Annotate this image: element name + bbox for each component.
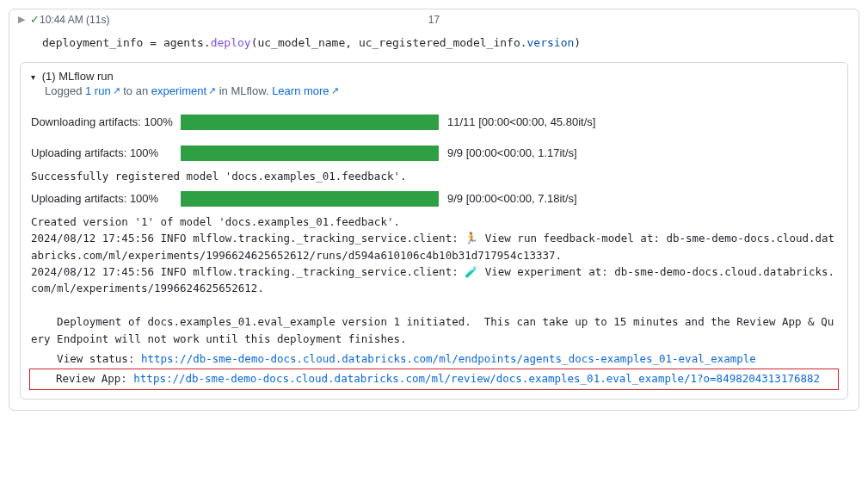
external-link-icon: ↗ xyxy=(113,85,120,96)
chevron-down-icon: ▾ xyxy=(31,72,35,82)
mlflow-run-link[interactable]: 1 run↗ xyxy=(85,84,120,97)
mlflow-learn-more-link[interactable]: Learn more↗ xyxy=(272,84,338,97)
progress-stats: 9/9 [00:00<00:00, 7.18it/s] xyxy=(447,192,577,205)
cell-timestamp: 10:44 AM (11s) xyxy=(40,14,109,26)
progress-bar xyxy=(181,115,439,130)
progress-label: Uploading artifacts: 100% xyxy=(31,192,175,205)
mlflow-run-toggle[interactable]: ▾ (1) MLflow run xyxy=(21,63,847,84)
mlflow-run-subtitle: Logged 1 run↗ to an experiment↗ in MLflo… xyxy=(21,84,847,106)
cell-output: ▾ (1) MLflow run Logged 1 run↗ to an exp… xyxy=(20,62,848,400)
progress-row: Uploading artifacts: 100% 9/9 [00:00<00:… xyxy=(21,142,847,164)
progress-label: Downloading artifacts: 100% xyxy=(31,115,175,128)
progress-row: Uploading artifacts: 100% 9/9 [00:00<00:… xyxy=(21,188,847,210)
run-icon[interactable]: ▶ xyxy=(18,14,30,25)
review-app-highlight: Review App: https://db-sme-demo-docs.clo… xyxy=(29,369,839,389)
code-editor[interactable]: deployment_info = agents.deploy(uc_model… xyxy=(9,29,859,62)
progress-row: Downloading artifacts: 100% 11/11 [00:00… xyxy=(21,111,847,133)
cell-execution-count: 17 xyxy=(226,14,643,26)
review-app-link[interactable]: https://db-sme-demo-docs.cloud.databrick… xyxy=(133,372,820,385)
external-link-icon: ↗ xyxy=(208,85,216,96)
success-check-icon: ✓ xyxy=(30,13,40,26)
external-link-icon: ↗ xyxy=(331,85,339,96)
mlflow-run-title: (1) MLflow run xyxy=(42,70,114,83)
progress-bar xyxy=(181,191,439,207)
progress-label: Uploading artifacts: 100% xyxy=(31,146,175,159)
progress-stats: 11/11 [00:00<00:00, 45.80it/s] xyxy=(447,115,595,128)
view-status-line: View status: https://db-sme-demo-docs.cl… xyxy=(21,350,847,367)
view-status-link[interactable]: https://db-sme-demo-docs.cloud.databrick… xyxy=(141,352,756,365)
progress-bar xyxy=(181,146,439,161)
log-output: Created version '1' of model 'docs.examp… xyxy=(21,210,847,350)
notebook-cell: ▶ ✓ 10:44 AM (11s) 17 deployment_info = … xyxy=(9,9,859,411)
progress-stats: 9/9 [00:00<00:00, 1.17it/s] xyxy=(447,146,577,159)
log-line: Successfully registered model 'docs.exam… xyxy=(21,164,847,188)
mlflow-experiment-link[interactable]: experiment↗ xyxy=(151,84,216,97)
cell-header: ▶ ✓ 10:44 AM (11s) 17 xyxy=(9,9,859,29)
